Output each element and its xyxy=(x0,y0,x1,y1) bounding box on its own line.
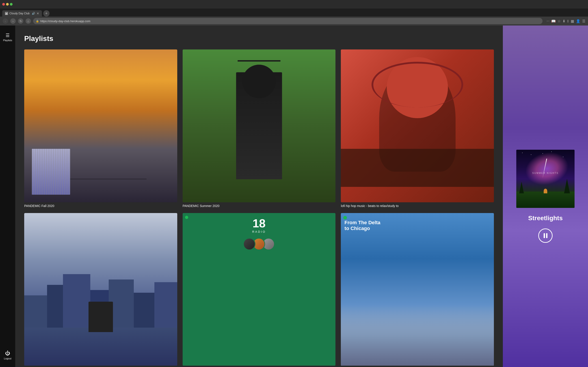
playlist-card-delta-chicago[interactable]: ⬤ From The Deltato Chicago From the Delt… xyxy=(341,213,494,367)
playlist-thumb-life-spring xyxy=(24,213,177,366)
home-btn[interactable]: ⌂ xyxy=(26,18,31,24)
spotify-delta-logo-icon: ⬤ xyxy=(343,215,347,219)
tab-favicon: ☁ xyxy=(5,12,8,15)
album-art-text: SUMMER NIGHTS xyxy=(532,172,559,174)
main-content: Playlists PANDEMIC Fall 2020 xyxy=(15,25,503,367)
more-btn[interactable]: ··· xyxy=(546,19,549,23)
tab-view-btn[interactable]: ▦ xyxy=(571,19,574,23)
pause-icon xyxy=(544,233,547,238)
tab-title: Cloudy Day Club xyxy=(9,12,30,15)
spotify-logo-icon: ⬤ xyxy=(185,215,189,219)
address-bar[interactable]: 🔒 https://cloudy-day-club.herokuapp.com xyxy=(33,18,543,24)
tab-bar: ☁ Cloudy Day Club 🔊 ✕ + xyxy=(0,8,588,17)
download-btn[interactable]: ⬇ xyxy=(562,19,565,23)
play-pause-button[interactable] xyxy=(538,228,553,243)
playlist-card-lofi[interactable]: lofi hip hop music - beats to relax/stud… xyxy=(341,50,494,208)
app-layout: ☰ Playlists ⏻ Logout Playlists xyxy=(0,25,588,367)
sidebar-logout-label: Logout xyxy=(4,357,11,360)
pause-bar-left xyxy=(544,233,545,238)
playlist-card-life-spring[interactable]: LIFE Spring 2020 xyxy=(24,213,177,367)
radio-label: RADIO xyxy=(252,230,266,234)
album-art-content: SUMMER NIGHTS xyxy=(516,150,575,208)
now-playing-title: Streetlights xyxy=(528,215,563,222)
playlists-icon: ☰ xyxy=(6,33,10,38)
playlist-thumb-delta-chicago: ⬤ From The Deltato Chicago xyxy=(341,213,494,366)
playlist-name-pandemic-summer: PANDEMIC Summer 2020 xyxy=(183,204,336,208)
forward-btn[interactable]: › xyxy=(10,18,16,24)
playlist-thumb-pandemic-fall xyxy=(24,50,177,202)
sidebar-item-playlists[interactable]: ☰ Playlists xyxy=(0,30,15,44)
menu-btn[interactable]: ☰ xyxy=(582,19,585,23)
sidebar-item-logout[interactable]: ⏻ Logout xyxy=(0,348,15,363)
url-text: https://cloudy-day-club.herokuapp.com xyxy=(40,19,90,23)
radio-number: 18 xyxy=(252,217,266,229)
audio-icon: 🔊 xyxy=(32,12,35,15)
now-playing-panel: SUMMER NIGHTS Streetlights xyxy=(503,25,588,367)
minimize-window-btn[interactable] xyxy=(6,3,9,6)
playlist-thumb-lofi xyxy=(341,50,494,202)
playlist-card-pandemic-summer[interactable]: PANDEMIC Summer 2020 xyxy=(183,50,336,208)
playlist-card-18-radio[interactable]: ⬤ 18 RADIO xyxy=(183,213,336,367)
refresh-btn[interactable]: ↻ xyxy=(18,18,23,24)
playlist-name-pandemic-fall: PANDEMIC Fall 2020 xyxy=(24,204,177,208)
library-btn[interactable]: ⫿ xyxy=(567,19,569,23)
star-btn[interactable]: ☆ xyxy=(558,19,561,23)
sidebar-item-label-playlists: Playlists xyxy=(3,39,12,42)
playlist-name-lofi: lofi hip hop music - beats to relax/stud… xyxy=(341,204,494,208)
playlist-thumb-pandemic-summer xyxy=(183,50,336,202)
sidebar: ☰ Playlists ⏻ Logout xyxy=(0,25,15,367)
active-tab[interactable]: ☁ Cloudy Day Club 🔊 ✕ xyxy=(2,10,42,17)
playlists-grid: PANDEMIC Fall 2020 PANDEMIC Summer 2020 xyxy=(24,50,494,367)
pause-bar-right xyxy=(546,233,547,238)
maximize-window-btn[interactable] xyxy=(10,3,13,6)
playlist-thumb-18-radio: ⬤ 18 RADIO xyxy=(183,213,336,366)
tab-close-btn[interactable]: ✕ xyxy=(36,12,39,15)
browser-window-controls xyxy=(0,0,588,8)
lock-icon: 🔒 xyxy=(36,20,39,23)
album-art: SUMMER NIGHTS xyxy=(516,150,575,208)
navigation-bar: ‹ › ↻ ⌂ 🔒 https://cloudy-day-club.heroku… xyxy=(0,17,588,25)
profile-btn[interactable]: 👤 xyxy=(576,19,580,23)
page-title: Playlists xyxy=(24,34,494,43)
playlist-card-pandemic-fall[interactable]: PANDEMIC Fall 2020 xyxy=(24,50,177,208)
new-tab-btn[interactable]: + xyxy=(43,10,50,17)
back-btn[interactable]: ‹ xyxy=(3,18,8,24)
logout-icon: ⏻ xyxy=(5,350,10,356)
pocket-btn[interactable]: 📖 xyxy=(551,19,556,23)
close-window-btn[interactable] xyxy=(2,3,5,6)
